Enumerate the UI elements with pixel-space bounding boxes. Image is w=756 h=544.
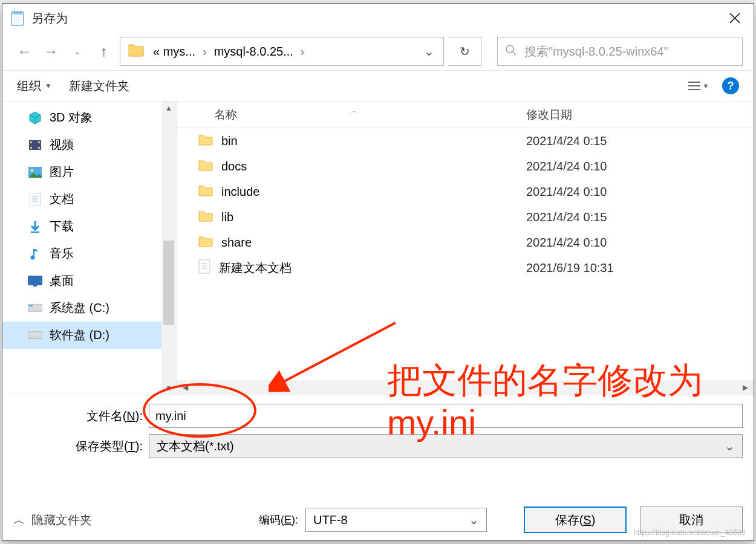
file-row[interactable]: include 2021/4/24 0:10: [177, 179, 754, 204]
breadcrumb[interactable]: « mys... › mysql-8.0.25... › ⌄: [120, 37, 444, 66]
sidebar-item-3d-objects[interactable]: 3D 对象: [2, 104, 176, 131]
horizontal-scrollbar[interactable]: ◀ ▶: [177, 380, 754, 395]
document-icon: [28, 192, 42, 207]
nav-back-button[interactable]: ←: [13, 40, 35, 62]
file-row[interactable]: bin 2021/4/24 0:15: [177, 128, 754, 154]
svg-rect-16: [30, 141, 32, 143]
view-mode-button[interactable]: ▼: [686, 77, 711, 95]
watermark: https://blog.csdn.net/weixin_40608: [634, 528, 745, 537]
picture-icon: [28, 165, 42, 180]
desktop-icon: [28, 274, 42, 288]
text-file-icon: [198, 259, 210, 277]
new-folder-button[interactable]: 新建文件夹: [69, 78, 129, 94]
search-placeholder: 搜索"mysql-8.0.25-winx64": [524, 44, 668, 60]
svg-point-4: [20, 12, 21, 13]
column-date-header[interactable]: 修改日期: [526, 107, 743, 123]
bottom-panel: 文件名(N): 保存类型(T): 文本文档(*.txt) ⌄ ︿ 隐藏文件夹 编…: [2, 395, 754, 540]
sidebar: 3D 对象 视频 图片 文档 下载 音乐: [2, 102, 177, 395]
folder-icon: [198, 184, 213, 199]
toolbar: 组织 ▼ 新建文件夹 ▼ ?: [2, 70, 754, 102]
filename-label: 文件名(N):: [13, 408, 143, 424]
sidebar-item-pictures[interactable]: 图片: [2, 158, 176, 186]
filename-input[interactable]: [149, 404, 743, 428]
organize-menu[interactable]: 组织 ▼: [17, 78, 52, 94]
svg-rect-32: [28, 331, 42, 338]
folder-icon: [198, 134, 213, 149]
file-row[interactable]: lib 2021/4/24 0:15: [177, 204, 754, 230]
refresh-button[interactable]: ↻: [449, 37, 481, 66]
svg-rect-29: [33, 285, 37, 287]
folder-icon: [198, 210, 213, 225]
save-as-dialog: 另存为 ← → ⌄ ↑ « mys... › mysql-8.0.25... ›…: [2, 3, 754, 541]
chevron-right-icon[interactable]: ›: [199, 45, 210, 59]
sidebar-item-videos[interactable]: 视频: [2, 131, 176, 158]
svg-rect-13: [688, 85, 700, 86]
close-button[interactable]: [721, 6, 749, 30]
file-row[interactable]: docs 2021/4/24 0:10: [177, 154, 754, 179]
breadcrumb-segment[interactable]: mysql-8.0.25...: [210, 45, 297, 59]
svg-rect-14: [688, 89, 700, 90]
folder-icon: [128, 42, 146, 60]
svg-point-10: [506, 45, 513, 53]
scroll-up-icon[interactable]: ▲: [165, 102, 172, 115]
folder-icon: [198, 159, 213, 174]
svg-point-2: [14, 12, 15, 13]
column-name-header[interactable]: 名称 ︿: [187, 107, 526, 123]
svg-point-27: [31, 255, 35, 259]
folder-icon: [198, 235, 213, 250]
sidebar-item-music[interactable]: 音乐: [2, 240, 176, 267]
svg-line-11: [513, 52, 516, 55]
search-icon: [505, 44, 517, 59]
svg-point-21: [31, 169, 34, 172]
download-icon: [28, 219, 42, 234]
sidebar-item-drive-d[interactable]: 软件盘 (D:): [2, 322, 176, 349]
save-button[interactable]: 保存(S): [524, 507, 627, 533]
nav-recent-dropdown[interactable]: ⌄: [67, 40, 88, 62]
svg-rect-30: [28, 304, 42, 311]
scroll-left-icon[interactable]: ◀: [177, 383, 194, 392]
hide-folders-toggle[interactable]: ︿ 隐藏文件夹: [13, 512, 92, 528]
cube-icon: [28, 111, 42, 125]
sidebar-item-drive-c[interactable]: 系统盘 (C:): [2, 294, 176, 322]
chevron-right-icon[interactable]: ›: [297, 45, 308, 59]
file-row[interactable]: share 2021/4/24 0:10: [177, 230, 754, 255]
svg-rect-31: [29, 305, 33, 306]
nav-row: ← → ⌄ ↑ « mys... › mysql-8.0.25... › ⌄ ↻…: [2, 33, 754, 70]
svg-rect-22: [30, 193, 41, 206]
search-input[interactable]: 搜索"mysql-8.0.25-winx64": [497, 37, 743, 66]
svg-rect-18: [38, 141, 40, 143]
nav-up-button[interactable]: ↑: [93, 40, 115, 62]
chevron-down-icon: ▼: [45, 82, 52, 90]
help-button[interactable]: ?: [722, 77, 739, 94]
filetype-select[interactable]: 文本文档(*.txt) ⌄: [149, 434, 743, 458]
titlebar: 另存为: [2, 4, 754, 33]
content-area: 3D 对象 视频 图片 文档 下载 音乐: [2, 102, 754, 395]
svg-rect-33: [199, 260, 210, 273]
window-title: 另存为: [31, 10, 68, 27]
scroll-thumb[interactable]: [163, 241, 174, 325]
sidebar-scrollbar[interactable]: ▲ ▼: [161, 102, 176, 395]
file-row[interactable]: 新建文本文档 2021/6/19 10:31: [177, 255, 754, 280]
breadcrumb-segment[interactable]: « mys...: [149, 45, 199, 59]
chevron-up-icon: ︿: [13, 512, 25, 528]
drive-icon: [28, 301, 42, 316]
scroll-down-icon[interactable]: ▼: [165, 381, 172, 395]
music-icon: [28, 247, 42, 261]
encoding-select[interactable]: UTF-8 ⌄: [305, 508, 487, 532]
sidebar-item-documents[interactable]: 文档: [2, 186, 176, 213]
svg-rect-12: [688, 82, 700, 83]
video-icon: [28, 138, 42, 152]
breadcrumb-dropdown[interactable]: ⌄: [418, 44, 440, 59]
encoding-label: 编码(E):: [259, 513, 298, 527]
filetype-label: 保存类型(T):: [13, 438, 143, 455]
nav-forward-button[interactable]: →: [40, 40, 62, 62]
file-list-header: 名称 ︿ 修改日期: [177, 102, 754, 128]
chevron-down-icon: ⌄: [725, 439, 735, 453]
sort-asc-icon: ︿: [351, 106, 358, 116]
sidebar-item-downloads[interactable]: 下载: [2, 213, 176, 240]
scroll-right-icon[interactable]: ▶: [737, 383, 754, 392]
sidebar-item-desktop[interactable]: 桌面: [2, 267, 176, 294]
svg-rect-28: [28, 276, 42, 285]
notepad-icon: [10, 10, 27, 27]
svg-rect-19: [38, 147, 40, 149]
